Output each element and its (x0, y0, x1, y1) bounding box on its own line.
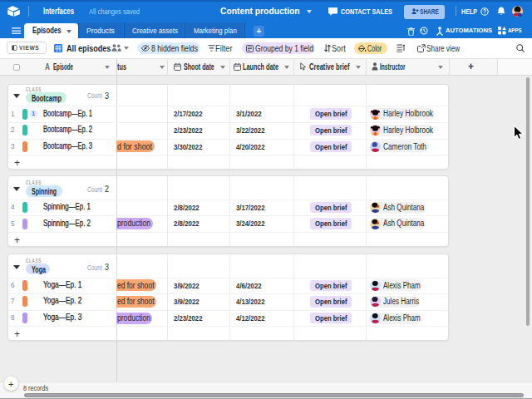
svg-text:?: ? (483, 8, 486, 14)
